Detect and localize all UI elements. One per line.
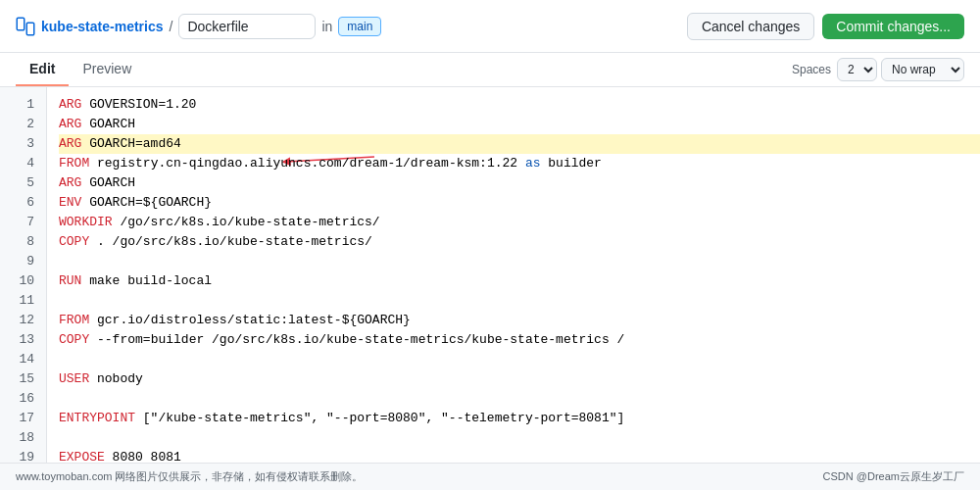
code-line: ARG GOVERSION=1.20 (59, 95, 980, 115)
code-line: ENTRYPOINT ["/kube-state-metrics", "--po… (59, 409, 980, 428)
footer-right: CSDN @Dream云原生岁工厂 (823, 469, 964, 484)
tab-edit[interactable]: Edit (16, 53, 69, 86)
breadcrumb-sep: / (170, 19, 173, 34)
top-bar: kube-state-metrics / in main Cancel chan… (0, 0, 980, 53)
code-line: ARG GOARCH=amd64 (59, 134, 980, 154)
footer: www.toymoban.com 网络图片仅供展示，非存储，如有侵权请联系删除。… (0, 463, 980, 490)
code-line: ARG GOARCH (59, 115, 980, 134)
code-line: COPY . /go/src/k8s.io/kube-state-metrics… (59, 232, 980, 252)
branch-badge[interactable]: main (338, 17, 381, 36)
repo-icon (16, 17, 35, 36)
in-label: in (321, 19, 332, 34)
code-line: ARG GOARCH (59, 173, 980, 193)
code-line: RUN make build-local (59, 271, 980, 291)
commit-changes-button[interactable]: Commit changes... (822, 14, 964, 39)
indent-select[interactable]: 2 4 (837, 58, 877, 81)
editor-area[interactable]: 1234567891011121314151617181920 ARG GOVE… (0, 87, 980, 463)
file-name-input[interactable] (178, 14, 316, 39)
code-line: EXPOSE 8080 8081 (59, 448, 980, 463)
line-numbers: 1234567891011121314151617181920 (0, 87, 47, 463)
top-bar-left: kube-state-metrics / in main (16, 14, 687, 39)
footer-left: www.toymoban.com 网络图片仅供展示，非存储，如有侵权请联系删除。 (16, 469, 363, 484)
code-line: FROM registry.cn-qingdao.aliyuncs.com/dr… (59, 154, 980, 173)
code-line (59, 428, 980, 448)
tab-bar: Edit Preview Spaces 2 4 No wrap Soft wra… (0, 53, 980, 87)
code-line: FROM gcr.io/distroless/static:latest-${G… (59, 311, 980, 330)
svg-rect-0 (17, 18, 24, 30)
code-lines[interactable]: ARG GOVERSION=1.20ARG GOARCHARG GOARCH=a… (47, 87, 980, 463)
code-line (59, 350, 980, 369)
tab-bar-left: Edit Preview (16, 53, 792, 86)
code-line: USER nobody (59, 369, 980, 389)
repo-name-link[interactable]: kube-state-metrics (41, 19, 164, 34)
indent-label: Spaces (792, 63, 831, 76)
code-line: ENV GOARCH=${GOARCH} (59, 193, 980, 213)
svg-rect-1 (26, 23, 34, 35)
code-line (59, 291, 980, 311)
wrap-select[interactable]: No wrap Soft wrap (881, 58, 964, 81)
code-line (59, 389, 980, 409)
code-line: WORKDIR /go/src/k8s.io/kube-state-metric… (59, 213, 980, 232)
tab-bar-right: Spaces 2 4 No wrap Soft wrap (792, 58, 964, 81)
tab-preview[interactable]: Preview (69, 53, 145, 86)
cancel-changes-button[interactable]: Cancel changes (687, 13, 814, 40)
code-line (59, 252, 980, 271)
code-line: COPY --from=builder /go/src/k8s.io/kube-… (59, 330, 980, 350)
top-bar-right: Cancel changes Commit changes... (687, 13, 964, 40)
